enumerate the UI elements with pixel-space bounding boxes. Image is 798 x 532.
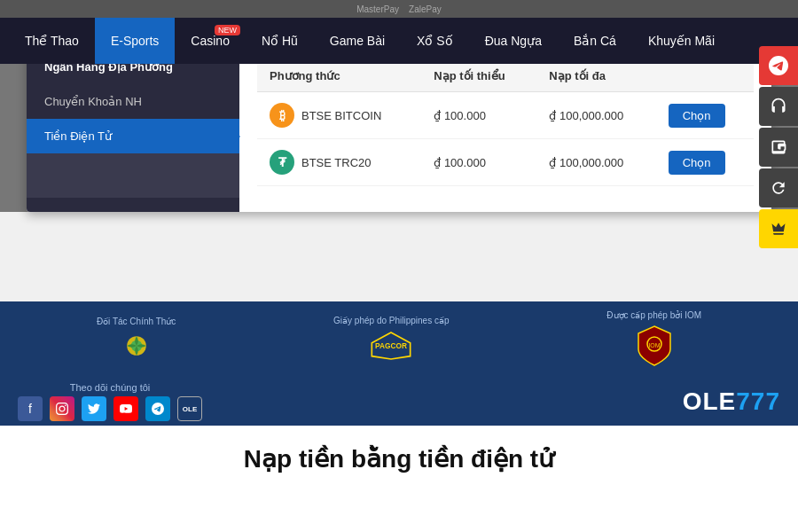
dd-sidebar: Ngân Hàng Địa Phương Chuyển Khoản NH Tiề… <box>27 46 239 212</box>
nav-the-thao[interactable]: Thể Thao <box>9 18 95 64</box>
dropdown-content: Ngân Hàng Địa Phương Chuyển Khoản NH Tiề… <box>27 46 771 212</box>
bitcoin-label: BTSE BITCOIN <box>301 109 381 122</box>
svg-text:PAGCOR: PAGCOR <box>375 341 407 350</box>
tether-min: ₫ 100.000 <box>421 139 536 186</box>
iom-svg: IOM <box>637 325 672 367</box>
footer-top: Đối Tác Chính Thức Giấy phép do Philippi… <box>0 301 798 377</box>
iom-shield: IOM <box>637 324 672 368</box>
wallet-button[interactable] <box>759 128 798 167</box>
tether-max: ₫ 100,000.000 <box>536 139 655 186</box>
svg-text:IOM: IOM <box>648 342 660 348</box>
nav-xo-so[interactable]: Xổ Số <box>401 18 469 64</box>
table-row: ₮ BTSE TRC20 ₫ 100.000 ₫ 100,000.000 Chọ… <box>257 139 754 186</box>
table-row: ₿ BTSE BITCOIN ₫ 100.000 ₫ 100,000.000 C… <box>257 92 754 139</box>
payment-table: Phương thức Nạp tối thiểu Nạp tối đa ₿ B… <box>257 60 754 186</box>
top-strip: MasterPay ZalePay <box>0 0 798 18</box>
casino-badge: NEW <box>215 25 240 35</box>
social-icons: f OLE <box>18 396 202 421</box>
telegram-button[interactable] <box>759 46 798 85</box>
instagram-icon[interactable] <box>50 396 74 421</box>
page-caption: Nạp tiền bằng tiền điện tử <box>0 426 798 486</box>
iom-label: Được cấp phép bởi IOM <box>606 310 701 320</box>
method-tether-cell: ₮ BTSE TRC20 <box>257 139 421 186</box>
nav-esports[interactable]: E-Sports <box>95 18 175 64</box>
twitter-icon[interactable] <box>82 396 106 421</box>
nav-casino[interactable]: Casino NEW <box>175 18 246 64</box>
footer-bottom: Theo dõi chúng tôi f OLE <box>0 377 798 426</box>
footer-pagcor: Giấy phép do Philippines cấp PAGCOR <box>333 316 449 363</box>
footer-area: Đối Tác Chính Thức Giấy phép do Philippi… <box>0 301 798 426</box>
headset-button[interactable] <box>759 87 798 126</box>
side-buttons <box>759 46 798 248</box>
main-wrapper: MasterPay ZalePay Thể Thao E-Sports Casi… <box>0 0 798 486</box>
dropdown-overlay: Ngân Hàng Địa Phương Chuyển Khoản NH Tiề… <box>0 46 798 212</box>
col-phuong-thuc: Phương thức <box>257 60 421 92</box>
pagcor-logo: PAGCOR <box>369 329 413 363</box>
col-nap-toi-da: Nạp tối đa <box>536 60 655 92</box>
tether-chon-button[interactable]: Chọn <box>669 151 725 175</box>
bitcoin-chon-button[interactable]: Chọn <box>669 104 725 128</box>
ole-brand: OLE777 <box>683 387 780 416</box>
telegram-social-icon[interactable] <box>145 396 170 421</box>
nav-game-bai[interactable]: Game Bài <box>314 18 401 64</box>
bitcoin-max: ₫ 100,000.000 <box>536 92 655 139</box>
footer-iom: Được cấp phép bởi IOM IOM <box>606 310 701 368</box>
col-action <box>656 60 754 92</box>
crown-button[interactable] <box>759 209 798 248</box>
youtube-icon[interactable] <box>113 396 138 421</box>
social-section: Theo dõi chúng tôi f OLE <box>18 382 202 421</box>
pagcor-svg: PAGCOR <box>369 329 413 363</box>
partner-label: Đối Tác Chính Thức <box>97 317 176 326</box>
col-nap-toi-thieu: Nạp tối thiểu <box>421 60 536 92</box>
facebook-icon[interactable]: f <box>18 396 43 421</box>
tether-action: Chọn <box>656 139 754 186</box>
dd-sidebar-blank <box>27 153 239 198</box>
bitcoin-min: ₫ 100.000 <box>421 92 536 139</box>
tether-icon: ₮ <box>270 150 294 175</box>
nav-khuyen-mai[interactable]: Khuyến Mãi <box>632 18 731 64</box>
dd-sidebar-chuyen-khoan[interactable]: Chuyển Khoản NH <box>27 84 239 119</box>
ole-social-icon[interactable]: OLE <box>177 396 202 421</box>
footer-partner-1: Đối Tác Chính Thức <box>97 317 176 362</box>
nav-dua-ngua[interactable]: Đua Ngựa <box>469 18 558 64</box>
refresh-button[interactable] <box>759 168 798 207</box>
dd-sidebar-title: Ngân Hàng Địa Phương <box>27 60 239 84</box>
navbar: Thể Thao E-Sports Casino NEW Nổ Hũ Game … <box>0 18 798 64</box>
follow-label: Theo dõi chúng tôi <box>70 382 151 393</box>
partner-logo <box>121 330 153 362</box>
bitcoin-icon: ₿ <box>270 103 294 128</box>
pagcor-label: Giấy phép do Philippines cấp <box>333 316 449 325</box>
method-bitcoin-cell: ₿ BTSE BITCOIN <box>257 92 421 139</box>
tether-label: BTSE TRC20 <box>301 156 372 169</box>
bitcoin-action: Chọn <box>656 92 754 139</box>
nav-no-hu[interactable]: Nổ Hũ <box>246 18 314 64</box>
dd-main: Phương thức Nạp tối thiểu Nạp tối đa ₿ B… <box>239 46 771 212</box>
nav-ban-ca[interactable]: Bắn Cá <box>558 18 632 64</box>
dd-sidebar-tien-dien-tu[interactable]: Tiền Điện Tử <box>27 119 239 153</box>
